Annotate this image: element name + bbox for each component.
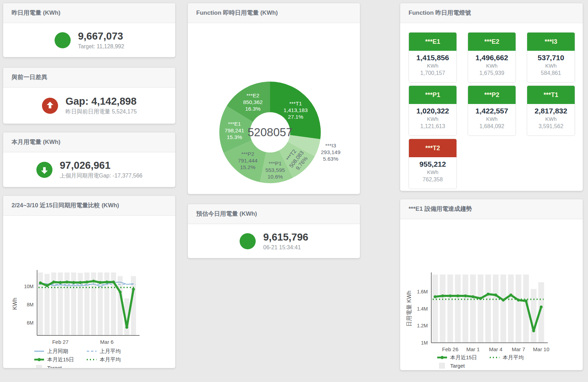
tile-name: ***T1 [527, 86, 575, 104]
card-month-title: 本月用電量 (KWh) [12, 139, 61, 145]
tile-name: ***I3 [527, 33, 575, 51]
legend-item[interactable]: 本月近15日 [437, 354, 489, 361]
tile-unit: KWh [529, 116, 573, 123]
card-realtime-donut: Function 即時日用電量 (KWh) ***T11,413,18327.1… [187, 3, 360, 194]
y-tick: 1.2M [417, 323, 428, 328]
card-donut-header: Function 即時日用電量 (KWh) [188, 3, 360, 23]
light-tile-I3[interactable]: ***I3537,710KWh584,861 [527, 32, 575, 83]
card-compare-body: 6M8M10MKWhFeb 27Mar 6 上月同期上月平均本月近15日本月平均… [3, 216, 175, 368]
trend-legend: 本月近15日本月平均Target [437, 354, 583, 369]
card-estimate-title: 預估今日用電量 (KWh) [196, 210, 257, 217]
legend-item[interactable]: 本月平均 [86, 356, 139, 363]
card-lights-body: ***E11,415,856KWh1,700,157***E21,496,662… [400, 23, 583, 189]
light-tile-E1[interactable]: ***E11,415,856KWh1,700,157 [409, 32, 457, 83]
light-tile-P2[interactable]: ***P21,422,557KWh1,684,092 [468, 85, 516, 136]
series-point [79, 281, 82, 284]
legend-swatch-line [86, 348, 97, 354]
x-tick: Mar 6 [100, 339, 113, 345]
legend-item[interactable]: 上月平均 [86, 348, 139, 355]
card-compare-title: 2/24~3/10 近15日同期用電量比較 (KWh) [12, 202, 119, 209]
tile-target: 1,675,939 [469, 69, 514, 77]
card-diff-header: 與前一日差異 [3, 68, 175, 88]
series-point [112, 280, 115, 283]
card-lights: Function 昨日用電燈號 ***E11,415,856KWh1,700,1… [400, 3, 583, 191]
x-tick: Feb 26 [442, 346, 459, 352]
series-point [132, 288, 135, 291]
light-tile-P1[interactable]: ***P11,020,322KWh1,121,613 [409, 85, 457, 136]
series-point [59, 281, 62, 284]
tile-target: 762,358 [410, 176, 455, 183]
y-tick: 1M [421, 340, 428, 346]
series-point [45, 284, 48, 287]
y-axis-label: KWh [12, 298, 18, 310]
light-tile-E2[interactable]: ***E21,496,662KWh1,675,939 [468, 32, 516, 83]
tile-unit: KWh [529, 62, 573, 69]
legend-swatch-bar [34, 365, 44, 368]
card-yesterday-title: 昨日用電量 (KWh) [12, 9, 61, 16]
light-tile-T2[interactable]: ***T2955,212KWh762,358 [409, 139, 457, 189]
tile-value: 1,020,322 [410, 106, 455, 116]
tile-value: 955,212 [410, 159, 455, 169]
compare-chart: 6M8M10MKWhFeb 27Mar 6 [3, 216, 176, 346]
target-bar [531, 289, 536, 343]
x-tick: Feb 27 [52, 339, 69, 345]
series-point [456, 294, 459, 297]
card-month-body: 97,026,961 上個月同期用電Gap: -17,377,566 [3, 152, 175, 187]
legend-row: 本月近15日本月平均 [437, 354, 583, 361]
series-point [434, 295, 437, 298]
card-trend-body: 1M1.2M1.4M1.6M日用電量 KWhFeb 26Mar 1Mar 4Ma… [400, 219, 583, 369]
legend-swatch-line [34, 348, 44, 354]
series-point [85, 280, 88, 283]
month-gap-subtext: 上個月同期用電Gap: -17,377,566 [60, 172, 143, 180]
series-point [441, 294, 444, 297]
donut-center-total: 5208057 [248, 126, 292, 139]
tile-body: 955,212KWh762,358 [409, 157, 456, 183]
target-bar [470, 275, 476, 343]
arrow-down-circle-icon [36, 161, 53, 178]
y-tick: 6M [27, 320, 34, 326]
legend-item[interactable]: 本月平均 [489, 354, 542, 361]
tile-body: 537,710KWh584,861 [527, 51, 575, 77]
legend-item[interactable]: 本月近15日 [34, 356, 86, 363]
legend-item[interactable]: 上月同期 [34, 348, 86, 355]
legend-label: Target [47, 365, 62, 368]
target-bar [131, 276, 136, 335]
card-lights-header: Function 昨日用電燈號 [400, 3, 583, 23]
tile-unit: KWh [410, 116, 455, 123]
tile-unit: KWh [410, 62, 455, 69]
series-point [99, 281, 101, 284]
y-tick: 1.6M [417, 289, 428, 294]
tile-unit: KWh [469, 62, 514, 69]
tile-body: 1,415,856KWh1,700,157 [409, 51, 456, 77]
x-tick: Mar 7 [512, 346, 525, 352]
legend-label: 本月平均 [503, 354, 524, 361]
compare-legend: 上月同期上月平均本月近15日本月平均Target [34, 348, 175, 368]
legend-swatch-line [437, 355, 447, 361]
diff-subtext: 昨日與前日用電量 5,524,175 [65, 108, 137, 116]
tile-name: ***T2 [409, 139, 456, 157]
legend-swatch-line [489, 355, 500, 361]
light-tile-T1[interactable]: ***T12,817,832KWh3,591,562 [527, 85, 575, 136]
legend-item[interactable]: Target [34, 365, 86, 368]
series-point [65, 280, 68, 283]
series-point [39, 282, 42, 284]
card-donut-body: ***T11,413,18327.1%***I3293,1495.63%***T… [188, 23, 360, 194]
tile-body: 2,817,832KWh3,591,562 [527, 104, 575, 130]
tile-value: 1,496,662 [469, 53, 514, 62]
tile-target: 1,684,092 [469, 123, 514, 130]
tile-body: 1,496,662KWh1,675,939 [468, 51, 516, 77]
target-bar [516, 275, 521, 343]
card-month-usage: 本月用電量 (KWh) 97,026,961 上個月同期用電Gap: -17,3… [3, 132, 176, 187]
tile-value: 1,422,557 [469, 106, 514, 116]
diff-gap-value: Gap: 4,142,898 [65, 96, 137, 107]
target-bar [432, 275, 438, 343]
x-tick: Mar 10 [533, 346, 550, 352]
card-yesterday-body: 9,667,073 Target: 11,128,992 [3, 23, 175, 57]
legend-item[interactable]: Target [437, 363, 489, 369]
card-lights-title: Function 昨日用電燈號 [409, 9, 471, 16]
tile-body: 1,020,322KWh1,121,613 [409, 104, 456, 130]
series-point [125, 326, 128, 329]
tile-target: 584,861 [529, 69, 573, 77]
card-diff-prev-day: 與前一日差異 Gap: 4,142,898 昨日與前日用電量 5,524,175 [3, 67, 176, 124]
card-compare-header: 2/24~3/10 近15日同期用電量比較 (KWh) [3, 196, 175, 216]
